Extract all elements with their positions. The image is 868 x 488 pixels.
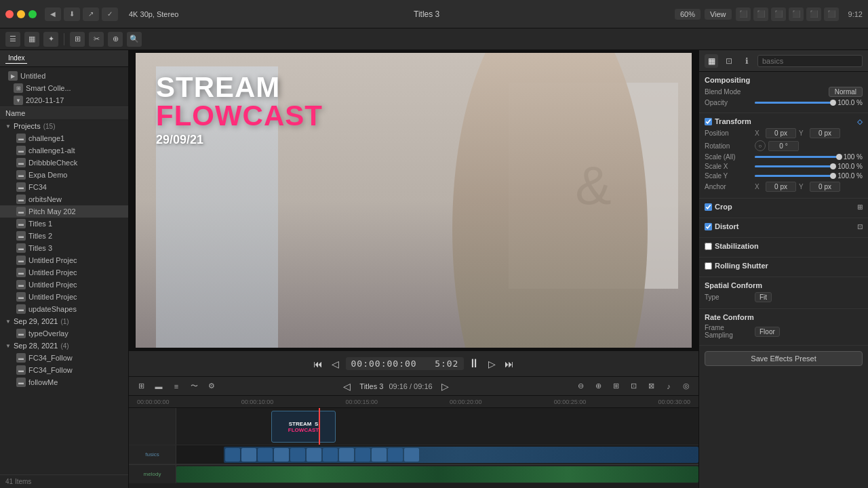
view-button[interactable]: View [705, 9, 732, 20]
fullscreen-button[interactable] [28, 10, 37, 18]
clip-height-btn[interactable]: ≡ [170, 380, 183, 392]
inspector-video-tab[interactable]: ▦ [705, 54, 718, 68]
minimize-button[interactable] [17, 10, 25, 18]
go-to-end-btn[interactable]: ⏭ [502, 357, 517, 371]
stabilization-checkbox[interactable] [705, 243, 712, 250]
distort-checkbox[interactable] [705, 223, 712, 230]
preview-video[interactable]: & STREAM FLOWCAST 29/09/21 [136, 53, 692, 348]
sidebar-item-titles1[interactable]: ▬ Titles 1 [0, 218, 128, 230]
sep29-group[interactable]: ▼ Sep 29, 2021 (1) [0, 315, 128, 327]
panel-icon-6[interactable]: ⬛ [824, 7, 839, 21]
effects-btn[interactable]: ✦ [43, 32, 58, 47]
step-forward-btn[interactable]: ▷ [484, 357, 499, 371]
index-tab[interactable]: Index [5, 53, 27, 64]
search-btn[interactable]: 🔍 [127, 32, 142, 47]
share-icon[interactable]: ↗ [83, 7, 99, 21]
sidebar-item-date[interactable]: ▼ 2020-11-17 [0, 94, 128, 106]
zoom-out-btn[interactable]: ⊖ [574, 380, 587, 392]
sidebar-item-fc34-follow2[interactable]: ▬ FC34_Follow [0, 364, 128, 376]
type-value[interactable]: Fit [755, 292, 772, 302]
sep28-group[interactable]: ▼ Sep 28, 2021 (4) [0, 340, 128, 352]
sidebar-item-fc34[interactable]: ▬ FC34 [0, 181, 128, 193]
transform-keyframe-icon: ◇ [857, 118, 863, 125]
frame-sampling-value[interactable]: Floor [755, 327, 780, 337]
clip-btn[interactable]: ✂ [89, 32, 104, 47]
timeline-prev-btn[interactable]: ◁ [339, 379, 354, 394]
back-icon[interactable]: ◀ [45, 7, 61, 21]
save-effects-btn[interactable]: Save Effects Preset [705, 351, 863, 366]
sidebar-item-update[interactable]: ▬ updateShapes [0, 303, 128, 315]
inspector-info-tab[interactable]: ℹ [740, 54, 753, 68]
melody-clip[interactable] [176, 466, 698, 483]
inspector-search[interactable] [757, 55, 863, 67]
audio-btn[interactable]: ♪ [662, 380, 675, 392]
sidebar-item-untitled4[interactable]: ▬ Untitled Projec [0, 291, 128, 303]
library-btn[interactable]: ☰ [5, 32, 20, 47]
rotation-input[interactable] [768, 141, 799, 151]
rotation-dial[interactable]: ○ [755, 140, 766, 151]
sidebar-item-fc34-follow1[interactable]: ▬ FC34_Follow [0, 352, 128, 364]
transform-checkbox[interactable] [705, 118, 712, 125]
index-btn[interactable]: ⊞ [134, 380, 148, 392]
skimming-btn[interactable]: ⊠ [644, 380, 658, 392]
rolling-shutter-checkbox[interactable] [705, 262, 712, 270]
sidebar-item-orbits[interactable]: ▬ orbitsNew [0, 193, 128, 205]
rolling-shutter-title: Rolling Shutter [705, 262, 863, 270]
sidebar-item-titles3[interactable]: ▬ Titles 3 [0, 242, 128, 254]
sidebar-item-typeoverlay[interactable]: ▬ typeOverlay [0, 327, 128, 340]
close-button[interactable] [5, 10, 14, 18]
position-btn[interactable]: ⊕ [108, 32, 123, 47]
sidebar-item-challenge1[interactable]: ▬ challenge1 [0, 132, 128, 144]
scale-y-slider[interactable] [755, 175, 835, 177]
position-x-input[interactable] [766, 128, 796, 138]
check-icon[interactable]: ✓ [102, 7, 118, 21]
sidebar-item-untitled2[interactable]: ▬ Untitled Projec [0, 266, 128, 279]
import-icon[interactable]: ⬇ [64, 7, 80, 21]
scale-all-slider[interactable] [755, 156, 841, 158]
panel-icon-4[interactable]: ⬛ [789, 7, 804, 21]
scale-x-slider[interactable] [755, 165, 835, 167]
sidebar-item-untitled3[interactable]: ▬ Untitled Projec [0, 279, 128, 291]
solo-btn[interactable]: ◎ [679, 380, 693, 392]
crop-checkbox[interactable] [705, 203, 712, 211]
waveform-btn[interactable]: 〜 [187, 380, 201, 392]
opacity-slider[interactable] [755, 102, 835, 104]
play-pause-btn[interactable]: ⏸ [467, 357, 481, 371]
titles-clip[interactable]: STREAM S FLOWCAST [271, 411, 336, 443]
clip-appear-btn[interactable]: ▬ [152, 380, 165, 392]
snap-btn[interactable]: ⊡ [627, 380, 640, 392]
inspector-audio-tab[interactable]: ⊡ [722, 54, 736, 68]
sidebar-item-followme[interactable]: ▬ followMe [0, 376, 128, 388]
scale-y-fill [755, 175, 835, 177]
media-btn[interactable]: ▦ [24, 32, 39, 47]
zoom-button[interactable]: 60% [675, 9, 701, 20]
sidebar-item-titles2[interactable]: ▬ Titles 2 [0, 230, 128, 242]
sidebar-item-dribbble[interactable]: ▬ DribbbleCheck [0, 157, 128, 169]
position-y-input[interactable] [810, 128, 840, 138]
panel-icon-5[interactable]: ⬛ [806, 7, 821, 21]
panel-icon-2[interactable]: ⬛ [753, 7, 768, 21]
transform-title: Transform ◇ [705, 117, 863, 125]
sidebar-item-smart-coll[interactable]: ⊞ Smart Colle... [0, 82, 128, 94]
step-back-btn[interactable]: ◁ [328, 357, 343, 371]
sidebar-item-untitled1[interactable]: ▬ Untitled Projec [0, 254, 128, 266]
panel-icon-1[interactable]: ⬛ [736, 7, 751, 21]
panel-icon-3[interactable]: ⬛ [771, 7, 786, 21]
sidebar-item-expa[interactable]: ▬ Expa Demo [0, 169, 128, 181]
anchor-y-input[interactable] [810, 182, 840, 192]
film-frame-4 [274, 448, 289, 462]
top-icons-right: ⬛ ⬛ ⬛ ⬛ ⬛ ⬛ [736, 7, 839, 21]
sidebar-item-challenge1-alt[interactable]: ▬ challenge1-alt [0, 144, 128, 157]
sidebar-item-pitch[interactable]: ▬ Pitch May 202 [0, 205, 128, 218]
go-to-start-btn[interactable]: ⏮ [311, 357, 326, 371]
zoom-in-btn[interactable]: ⊕ [591, 380, 605, 392]
sidebar-item-untitled[interactable]: ▶ Untitled [0, 70, 128, 82]
timeline-next-btn[interactable]: ▷ [438, 379, 453, 394]
projects-group[interactable]: ▼ Projects (15) [0, 120, 128, 132]
fusics-clip[interactable] [224, 447, 698, 463]
blend-mode-value[interactable]: Normal [829, 87, 863, 97]
timeline-settings-btn[interactable]: ⚙ [205, 380, 218, 392]
transform-btn[interactable]: ⊞ [70, 32, 85, 47]
fit-btn[interactable]: ⊞ [609, 380, 623, 392]
anchor-x-input[interactable] [766, 182, 796, 192]
